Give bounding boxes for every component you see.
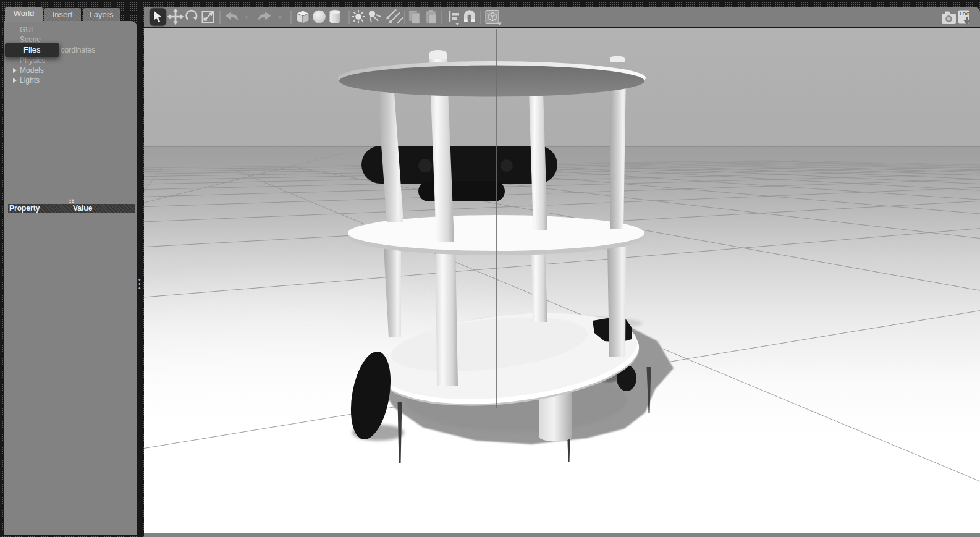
svg-text:LOG: LOG	[960, 11, 969, 17]
